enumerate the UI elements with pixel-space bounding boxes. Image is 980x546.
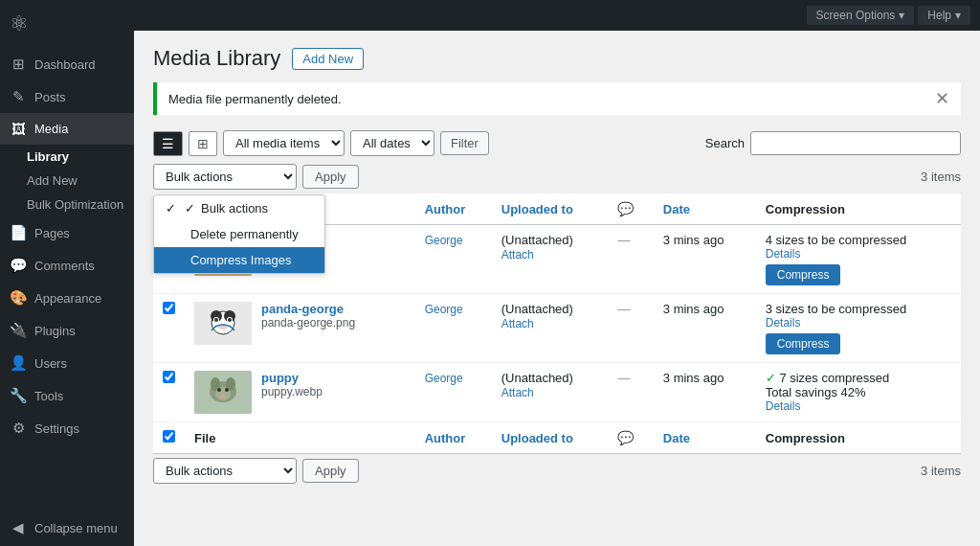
collapse-label: Collapse menu bbox=[34, 521, 118, 535]
file-name-panda-george[interactable]: panda-george bbox=[261, 302, 355, 316]
select-all-footer-checkbox[interactable] bbox=[163, 430, 175, 443]
details-link-puppy[interactable]: Details bbox=[766, 399, 951, 413]
row-uploaded-cell-puppy: (Unattached) Attach bbox=[492, 363, 609, 422]
compression-text-dog: 4 sizes to be compressed bbox=[766, 233, 906, 247]
sidebar-item-label: Settings bbox=[34, 421, 79, 436]
dashboard-icon: ⊞ bbox=[10, 56, 27, 73]
sidebar-subitem-library[interactable]: Library bbox=[0, 145, 134, 169]
bulk-actions-check-icon: ✓ bbox=[185, 201, 195, 216]
uploaded-to-text-panda-george: (Unattached) bbox=[501, 302, 573, 316]
notice-close-button[interactable]: ✕ bbox=[935, 90, 949, 107]
row-comment-cell-dog: — bbox=[608, 225, 653, 294]
comment-col-icon: 💬 bbox=[617, 201, 634, 216]
comment-dash-panda-george: — bbox=[617, 302, 630, 316]
attach-link-puppy[interactable]: Attach bbox=[501, 386, 534, 399]
row-checkbox-cell-puppy bbox=[153, 363, 185, 422]
page-title: Media Library bbox=[153, 46, 280, 71]
items-count-bottom: 3 items bbox=[921, 464, 961, 478]
attach-link-dog[interactable]: Attach bbox=[501, 248, 534, 262]
row-compression-cell-puppy: ✓ 7 sizes compressed Total savings 42% D… bbox=[756, 363, 961, 422]
dropdown-item-delete-permanently[interactable]: Delete permanently bbox=[154, 221, 324, 247]
posts-icon: ✎ bbox=[10, 88, 27, 105]
tf-uploaded-link[interactable]: Uploaded to bbox=[501, 431, 573, 445]
th-uploaded-link[interactable]: Uploaded to bbox=[501, 202, 573, 216]
main-content: Screen Options ▾ Help ▾ Media Library Ad… bbox=[134, 0, 980, 546]
sidebar-item-label: Posts bbox=[34, 90, 66, 104]
search-label: Search bbox=[705, 136, 745, 150]
row-file-cell-panda-george: panda-george panda-george.png bbox=[185, 294, 415, 363]
help-button[interactable]: Help ▾ bbox=[918, 6, 970, 25]
attach-link-panda-george[interactable]: Attach bbox=[501, 317, 534, 330]
table-row: puppy puppy.webp George (Unattached) Att… bbox=[153, 363, 961, 422]
date-filter[interactable]: All dates bbox=[350, 130, 434, 156]
dropdown-item-compress-images[interactable]: Compress Images bbox=[154, 247, 324, 273]
sidebar-item-comments[interactable]: 💬 Comments bbox=[0, 249, 134, 282]
thumbnail-puppy bbox=[194, 371, 252, 414]
author-link-panda-george[interactable]: George bbox=[425, 303, 463, 316]
sidebar-subitem-add-new[interactable]: Add New bbox=[0, 169, 134, 193]
file-info-puppy: puppy puppy.webp bbox=[261, 371, 323, 398]
page-content: Media Library Add New Media file permane… bbox=[134, 31, 980, 546]
sidebar: ⚛ ⊞ Dashboard ✎ Posts 🖼 Media Library Ad… bbox=[0, 0, 134, 546]
row-uploaded-cell-panda-george: (Unattached) Attach bbox=[492, 294, 609, 363]
sidebar-item-posts[interactable]: ✎ Posts bbox=[0, 80, 134, 113]
row-checkbox-puppy[interactable] bbox=[163, 371, 175, 383]
row-checkbox-panda-george[interactable] bbox=[163, 302, 175, 314]
thumbnail-panda-george bbox=[194, 302, 252, 345]
file-col-panda-george: panda-george panda-george.png bbox=[194, 302, 406, 345]
grid-view-button[interactable]: ⊞ bbox=[189, 131, 217, 156]
sidebar-item-tools[interactable]: 🔧 Tools bbox=[0, 379, 134, 412]
toolbar-row: ☰ ⊞ All media items All dates Filter Sea… bbox=[153, 130, 961, 156]
tf-author-link[interactable]: Author bbox=[425, 431, 466, 445]
tf-date-link[interactable]: Date bbox=[663, 431, 690, 445]
row-author-cell-puppy: George bbox=[415, 363, 492, 422]
sidebar-item-pages[interactable]: 📄 Pages bbox=[0, 216, 134, 249]
details-link-dog[interactable]: Details bbox=[766, 247, 951, 261]
compression-text-panda-george: 3 sizes to be compressed bbox=[766, 302, 906, 316]
details-link-panda-george[interactable]: Details bbox=[766, 316, 951, 330]
bulk-actions-top-row: Bulk actions Apply 3 items ✓ Bulk action… bbox=[153, 164, 961, 190]
compress-button-dog[interactable]: Compress bbox=[766, 264, 841, 285]
file-name-puppy[interactable]: puppy bbox=[261, 371, 323, 385]
sidebar-item-label: Tools bbox=[34, 389, 63, 403]
sidebar-item-settings[interactable]: ⚙ Settings bbox=[0, 412, 134, 444]
sidebar-item-dashboard[interactable]: ⊞ Dashboard bbox=[0, 48, 134, 80]
sidebar-item-media[interactable]: 🖼 Media bbox=[0, 113, 134, 145]
list-view-button[interactable]: ☰ bbox=[153, 131, 183, 156]
add-new-button[interactable]: Add New bbox=[292, 48, 364, 70]
apply-top-button[interactable]: Apply bbox=[302, 165, 359, 189]
th-date-link[interactable]: Date bbox=[663, 202, 690, 216]
row-date-cell-puppy: 3 mins ago bbox=[654, 363, 756, 422]
screen-options-button[interactable]: Screen Options ▾ bbox=[807, 6, 915, 25]
topbar: Screen Options ▾ Help ▾ bbox=[134, 0, 980, 31]
tf-author: Author bbox=[415, 422, 492, 454]
bulk-actions-bottom-select[interactable]: Bulk actions bbox=[153, 458, 297, 484]
help-label: Help bbox=[927, 9, 951, 22]
author-link-puppy[interactable]: George bbox=[425, 372, 463, 385]
th-author-link[interactable]: Author bbox=[425, 202, 466, 216]
sidebar-item-appearance[interactable]: 🎨 Appearance bbox=[0, 282, 134, 314]
filter-button[interactable]: Filter bbox=[440, 131, 489, 155]
plugins-icon: 🔌 bbox=[10, 322, 27, 339]
file-ext-panda-george: panda-george.png bbox=[261, 316, 355, 330]
media-type-filter[interactable]: All media items bbox=[223, 130, 345, 156]
uploaded-to-text-puppy: (Unattached) bbox=[501, 371, 573, 385]
row-compression-cell-dog: 4 sizes to be compressed Details Compres… bbox=[756, 225, 961, 294]
sidebar-item-users[interactable]: 👤 Users bbox=[0, 347, 134, 379]
row-author-cell-dog: George bbox=[415, 225, 492, 294]
bulk-bottom-left: Bulk actions Apply bbox=[153, 458, 359, 484]
bulk-actions-top-select[interactable]: Bulk actions bbox=[153, 164, 297, 190]
sidebar-subitem-bulk-optimization[interactable]: Bulk Optimization bbox=[0, 193, 134, 216]
row-date-cell-dog: 3 mins ago bbox=[654, 225, 756, 294]
dropdown-item-bulk-actions[interactable]: ✓ Bulk actions bbox=[154, 195, 324, 221]
sidebar-item-plugins[interactable]: 🔌 Plugins bbox=[0, 314, 134, 347]
svg-point-14 bbox=[214, 318, 218, 322]
search-input[interactable] bbox=[750, 131, 961, 155]
tf-date: Date bbox=[654, 422, 756, 454]
apply-bottom-button[interactable]: Apply bbox=[302, 459, 359, 483]
compress-button-panda-george[interactable]: Compress bbox=[766, 333, 841, 354]
svg-point-24 bbox=[220, 395, 227, 398]
sidebar-item-label: Pages bbox=[34, 226, 70, 240]
sidebar-collapse-button[interactable]: ◀ Collapse menu bbox=[0, 510, 134, 546]
author-link-dog[interactable]: George bbox=[425, 234, 463, 247]
